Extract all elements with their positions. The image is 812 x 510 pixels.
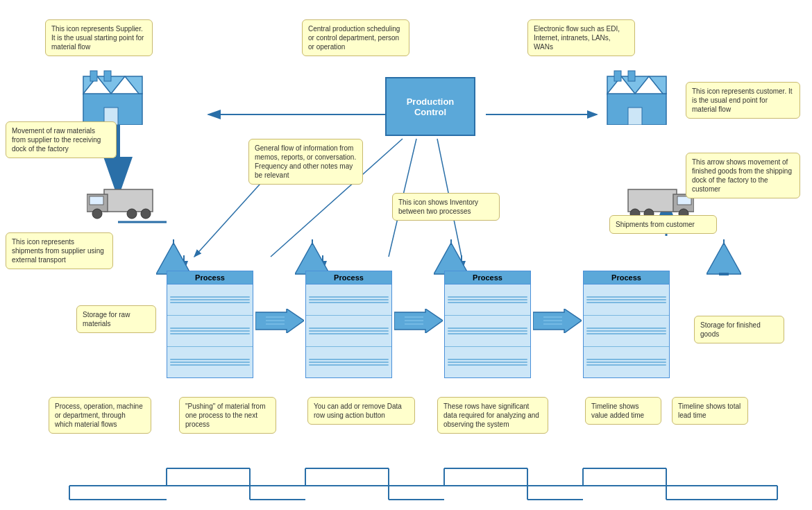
svg-rect-56 [628, 189, 677, 212]
process-row-3c [445, 347, 530, 377]
process-rows-4 [584, 284, 669, 377]
process-header-3: Process [445, 271, 530, 284]
push-arrow-1 [255, 309, 304, 333]
process-box-3: Process [444, 271, 531, 378]
process-row-3a [445, 284, 530, 316]
callout-general-flow: General flow of information from memos, … [248, 139, 363, 185]
callout-data-rows-info: These rows have significant data require… [437, 397, 548, 434]
process-box-2: Process [305, 271, 392, 378]
process-row-2c [306, 347, 391, 377]
svg-rect-48 [628, 71, 635, 81]
svg-rect-52 [90, 196, 103, 205]
process-row-4a [584, 284, 669, 316]
svg-point-54 [127, 209, 137, 219]
svg-marker-65 [295, 243, 330, 274]
process-row-1c [167, 347, 253, 377]
callout-data-row: You can add or remove Data row using act… [307, 397, 415, 425]
callout-push-arrow: "Pushing" of material from one process t… [179, 397, 276, 434]
process-row-3b [445, 316, 530, 347]
callout-finished-goods: This arrow shows movement of finished go… [686, 153, 800, 198]
customer-factory-icon [604, 69, 670, 125]
callout-finished-storage: Storage for finished goods [694, 316, 784, 343]
process-rows-3 [445, 284, 530, 377]
callout-production-control: Central production scheduling or control… [302, 19, 409, 56]
inventory-triangle-right [707, 239, 741, 278]
push-arrow-3 [533, 309, 582, 333]
svg-rect-73 [719, 273, 729, 275]
callout-supplier: This icon represents Supplier. It is the… [45, 19, 153, 56]
callout-electronic-flow: Electronic flow such as EDI, Internet, i… [527, 19, 635, 56]
svg-rect-49 [628, 108, 642, 125]
svg-rect-42 [90, 71, 97, 81]
callout-supplier-transport: This icon represents shipments from supp… [6, 232, 113, 269]
svg-point-55 [141, 209, 151, 219]
supplier-factory-icon [80, 69, 146, 125]
svg-rect-43 [104, 71, 111, 81]
process-row-2a [306, 284, 391, 316]
svg-rect-47 [614, 71, 621, 81]
production-control-box: Production Control [385, 77, 475, 136]
process-row-1b [167, 316, 253, 347]
process-box-4: Process [583, 271, 670, 378]
process-header-1: Process [167, 271, 253, 284]
svg-marker-62 [156, 243, 191, 274]
callout-timeline-value: Timeline shows value added time [585, 397, 661, 425]
diagram-container: This icon represents Supplier. It is the… [0, 0, 812, 510]
callout-customer-icon: This icon represents customer. It is the… [686, 82, 800, 119]
process-row-4c [584, 347, 669, 377]
process-header-4: Process [584, 271, 669, 284]
process-box-1: Process [167, 271, 253, 378]
svg-rect-50 [104, 189, 153, 212]
svg-marker-68 [434, 243, 468, 274]
callout-raw-material: Movement of raw materials from supplier … [6, 121, 117, 158]
push-arrow-2 [394, 309, 443, 333]
callout-inventory: This icon shows Inventory between two pr… [392, 193, 500, 221]
process-row-4b [584, 316, 669, 347]
supplier-truck-icon [87, 186, 156, 224]
callout-timeline-lead: Timeline shows total lead time [672, 397, 748, 425]
callout-raw-storage: Storage for raw materials [76, 305, 156, 333]
process-row-2b [306, 316, 391, 347]
process-header-2: Process [306, 271, 391, 284]
svg-marker-71 [707, 243, 741, 274]
process-rows-2 [306, 284, 391, 377]
callout-process-box: Process, operation, machine or departmen… [49, 397, 151, 434]
callout-shipments-customer: Shipments from customer [609, 215, 717, 234]
process-rows-1 [167, 284, 253, 377]
svg-point-53 [92, 209, 102, 219]
process-row-1a [167, 284, 253, 316]
